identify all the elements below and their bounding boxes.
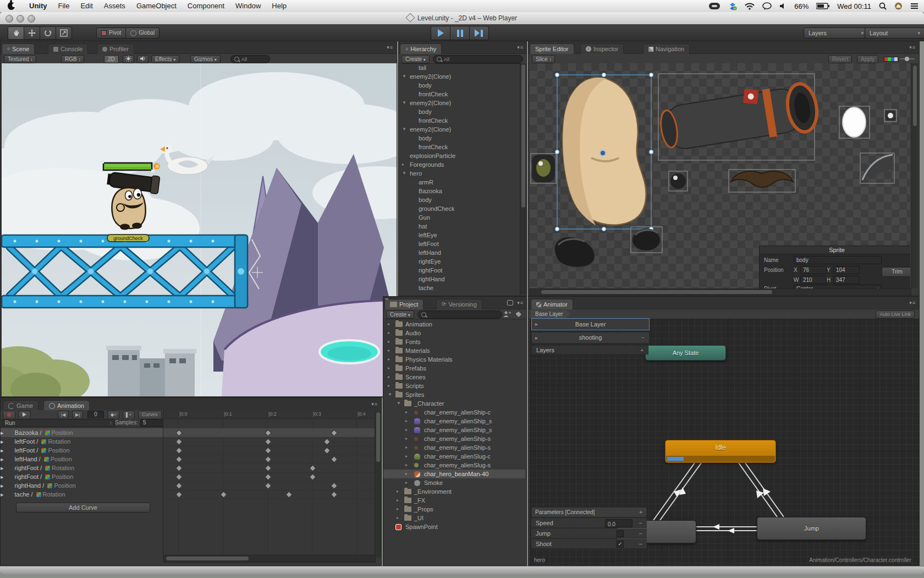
- effects-dropdown[interactable]: Effects ▾: [151, 55, 179, 63]
- h-field[interactable]: 347: [833, 276, 860, 284]
- slice-dropdown[interactable]: Slice ↕: [532, 55, 555, 63]
- tab-scene[interactable]: #Scene: [2, 43, 35, 54]
- white-eye-sprite[interactable]: [839, 106, 870, 138]
- hierarchy-item-hero[interactable]: ▼hero: [399, 169, 520, 178]
- boot-sprite[interactable]: [554, 237, 595, 268]
- scrollbar-thumb[interactable]: [166, 557, 249, 560]
- keyframe-diamond[interactable]: [265, 456, 272, 463]
- project-item-char_enemy_alienSlug-s[interactable]: ▸char_enemy_alienSlug-s: [383, 461, 525, 470]
- minus-icon[interactable]: −: [639, 528, 642, 538]
- auto-live-link-button[interactable]: Auto Live Link: [876, 310, 915, 319]
- foldout-closed-icon[interactable]: ▸: [1, 447, 4, 454]
- keyframe-diamond[interactable]: [220, 491, 227, 498]
- project-item-char_enemy_alienShip-s[interactable]: ▸char_enemy_alienShip-s: [383, 434, 525, 443]
- tab-versioning[interactable]: ⟳Versioning: [436, 299, 482, 309]
- foldout-closed-icon[interactable]: ▸: [388, 381, 390, 390]
- hierarchy-item-enemy2(Clone)[interactable]: ▼enemy2(Clone): [399, 125, 520, 134]
- scrollbar-thumb[interactable]: [376, 412, 380, 462]
- plus-icon[interactable]: +: [639, 508, 642, 517]
- hierarchy-item-frontCheck[interactable]: frontCheck: [399, 143, 520, 151]
- hierarchy-item-rightHand[interactable]: rightHand: [399, 275, 520, 283]
- menu-clock[interactable]: Wed 00:11: [837, 2, 871, 10]
- project-item-char_enemy_alienShip-c[interactable]: ▸char_enemy_alienShip-c: [383, 408, 525, 417]
- pause-button[interactable]: [450, 26, 470, 40]
- foldout-open-icon[interactable]: ▼: [397, 399, 401, 408]
- apple-menu-icon[interactable]: [8, 2, 15, 10]
- y-field[interactable]: 104: [833, 266, 860, 274]
- parameter-row-shoot[interactable]: Shoot✓−: [531, 539, 647, 549]
- keyframe-diamond[interactable]: [331, 491, 338, 498]
- foldout-closed-icon[interactable]: ▸: [388, 329, 390, 337]
- lighting-toggle-button[interactable]: [123, 55, 134, 63]
- minus-icon[interactable]: −: [639, 539, 642, 549]
- 2d-toggle-button[interactable]: 2D: [104, 55, 119, 63]
- parameter-checkbox[interactable]: ✓: [617, 541, 624, 548]
- project-item-char_enemy_alienShip_s[interactable]: ▸char_enemy_alienShip_s: [383, 417, 525, 426]
- foldout-open-icon[interactable]: ▼: [402, 72, 406, 81]
- hierarchy-item-explosionParticle[interactable]: explosionParticle: [399, 151, 520, 160]
- breadcrumb[interactable]: Base Layer: [531, 310, 571, 318]
- foldout-closed-icon[interactable]: ▸: [388, 373, 390, 381]
- anim-row-rightHand-Position[interactable]: ▸rightHand / Position: [1, 481, 163, 490]
- foldout-closed-icon[interactable]: ▸: [388, 364, 390, 373]
- project-item-Scenes[interactable]: ▸Scenes: [383, 373, 525, 381]
- menu-item-component[interactable]: Component: [182, 0, 230, 12]
- tiny-eye-sprite[interactable]: [884, 110, 897, 122]
- foldout-open-icon[interactable]: ▼: [402, 99, 406, 107]
- revert-button[interactable]: Revert: [828, 55, 852, 63]
- menu-item-gameobject[interactable]: GameObject: [131, 0, 182, 12]
- project-item-SpawnPoint[interactable]: SpawnPoint: [383, 522, 525, 531]
- project-item-Audio[interactable]: ▸Audio: [383, 329, 525, 337]
- hierarchy-item-body[interactable]: body: [399, 195, 520, 204]
- foldout-closed-icon[interactable]: ▸: [1, 491, 4, 498]
- foldout-closed-icon[interactable]: ▸: [1, 482, 4, 489]
- foldout-closed-icon[interactable]: ▸: [388, 355, 390, 364]
- sprite-canvas[interactable]: Sprite Name body Position X 76 Y 104 Tri…: [530, 63, 910, 288]
- anim-row-Bazooka-Position[interactable]: ▸Bazooka / Position: [1, 428, 163, 437]
- curves-button[interactable]: Curves: [138, 411, 162, 419]
- x-field[interactable]: 76: [800, 266, 827, 274]
- foldout-closed-icon[interactable]: ▸: [1, 465, 4, 471]
- keyframe-diamond[interactable]: [175, 465, 183, 472]
- parameter-row-speed[interactable]: Speed0.0−: [531, 518, 647, 528]
- layout-dropdown[interactable]: Layout▾: [865, 28, 924, 39]
- hat-flag-sprite[interactable]: [860, 153, 894, 183]
- panel-menu-icon[interactable]: ▾≡: [371, 401, 378, 407]
- add-event-button[interactable]: ▌+: [123, 411, 135, 419]
- tab-console[interactable]: Console: [48, 43, 88, 54]
- foldout-closed-icon[interactable]: ▸: [1, 429, 4, 436]
- timeline-ruler[interactable]: |0:0|0:1|0:2|0:3|0:4: [163, 410, 375, 419]
- hierarchy-item-body[interactable]: body: [399, 134, 520, 143]
- tab-animation[interactable]: Animation: [43, 400, 90, 411]
- scale-tool-button[interactable]: [56, 26, 72, 40]
- minus-icon[interactable]: −: [639, 518, 642, 528]
- menu-item-window[interactable]: Window: [230, 0, 266, 12]
- animation-vscrollbar[interactable]: [375, 410, 381, 558]
- tab-animator[interactable]: Animator: [531, 299, 573, 309]
- project-item-Scripts[interactable]: ▸Scripts: [383, 381, 525, 390]
- small-eye-sprite[interactable]: [669, 171, 688, 191]
- parameter-checkbox[interactable]: [617, 530, 624, 537]
- trim-button[interactable]: Trim: [882, 267, 910, 277]
- foldout-closed-icon[interactable]: ▸: [388, 320, 390, 329]
- project-item-char_enemy_alienShip_s[interactable]: ▸char_enemy_alienShip_s: [383, 426, 525, 434]
- tab-hierarchy[interactable]: ≡Hierarchy: [400, 43, 442, 54]
- foldout-open-icon[interactable]: ▼: [402, 125, 406, 134]
- chat-bubble-icon[interactable]: [762, 2, 772, 10]
- notification-center-icon[interactable]: [910, 3, 919, 9]
- create-button[interactable]: Create ▾: [386, 310, 414, 319]
- project-item-_FX[interactable]: ▸_FX: [383, 496, 525, 505]
- tab-inspector[interactable]: iInspector: [580, 43, 624, 54]
- hierarchy-item-leftHand[interactable]: leftHand: [399, 248, 520, 257]
- w-field[interactable]: 210: [800, 276, 827, 284]
- panel-menu-icon[interactable]: ▾≡: [909, 300, 916, 306]
- menu-item-assets[interactable]: Assets: [98, 0, 131, 12]
- audio-toggle-button[interactable]: [137, 55, 148, 63]
- rotate-tool-button[interactable]: [40, 26, 56, 40]
- frame-field[interactable]: 0: [87, 411, 104, 419]
- foldout-closed-icon[interactable]: ▸: [397, 514, 399, 522]
- color-channel-bar-icon[interactable]: [884, 57, 898, 62]
- jump-state-node[interactable]: Jump: [757, 517, 866, 540]
- bazooka-sprite[interactable]: [657, 78, 820, 154]
- move-tool-button[interactable]: [24, 26, 40, 40]
